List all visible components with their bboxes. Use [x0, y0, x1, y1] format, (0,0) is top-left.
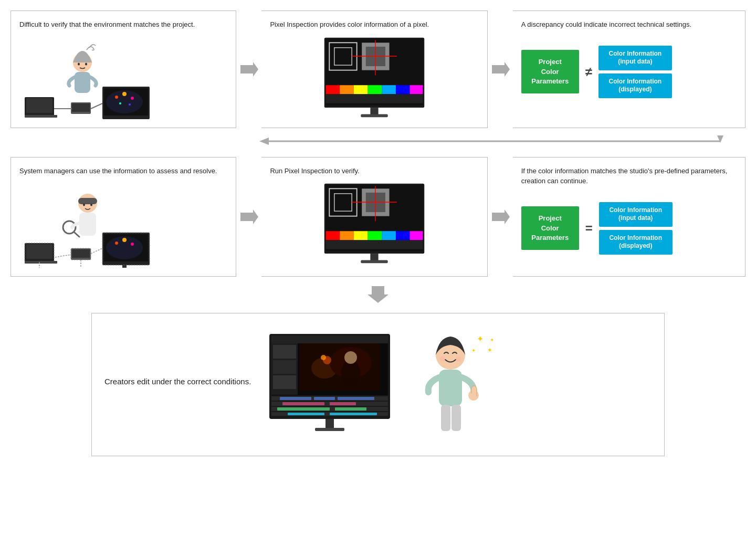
svg-rect-83	[382, 231, 396, 240]
svg-rect-120	[326, 419, 334, 428]
svg-point-128	[456, 356, 461, 362]
row2-panel2-text: Run Pixel Inspection to verify.	[270, 166, 478, 176]
svg-rect-39	[370, 108, 378, 114]
svg-marker-89	[492, 209, 510, 224]
svg-rect-46	[26, 244, 52, 259]
svg-rect-47	[25, 261, 57, 264]
svg-rect-109	[314, 397, 335, 400]
row3: Creators edit under the correct conditio…	[10, 313, 746, 456]
svg-point-55	[131, 243, 134, 246]
svg-marker-90	[368, 286, 388, 303]
svg-rect-87	[370, 254, 378, 260]
row2-panel1-text: System managers can use the information …	[19, 166, 217, 176]
row2: System managers can use the information …	[10, 157, 746, 277]
arrow-r1-p1-p2	[236, 10, 261, 128]
row1-panel1-text: Difficult to verify that the environment…	[19, 19, 195, 30]
row1-color-info-box2: Color Information (displayed)	[598, 74, 672, 98]
svg-rect-131	[441, 405, 450, 431]
down-arrow-to-row3	[10, 284, 746, 303]
svg-point-9	[122, 92, 127, 96]
svg-rect-35	[382, 85, 396, 94]
arrow-r1-p2-p3	[488, 10, 513, 128]
svg-point-18	[78, 62, 80, 65]
monitor-pixel-inspection-2	[322, 181, 427, 265]
row2-comparison: Project Color Parameters = Color Informa…	[521, 202, 673, 255]
row1-panel2: Pixel Inspection provides color informat…	[261, 10, 487, 128]
svg-rect-2	[25, 115, 57, 118]
svg-rect-4	[72, 103, 90, 112]
svg-text:✦: ✦	[477, 334, 484, 343]
person-confused-illustration	[19, 35, 166, 119]
svg-rect-80	[340, 231, 354, 240]
svg-rect-81	[354, 231, 368, 240]
svg-point-19	[85, 62, 87, 65]
row1: Difficult to verify that the environment…	[10, 10, 746, 128]
svg-rect-49	[72, 249, 90, 258]
svg-rect-116	[335, 407, 366, 411]
happy-person-illustration: ✦ ✦ ✦ ✦	[408, 326, 503, 443]
row1-color-info-box1: Color Information (input data)	[598, 46, 672, 70]
svg-line-58	[55, 255, 71, 257]
row2-color-info-box2: Color Information (displayed)	[599, 230, 673, 255]
svg-rect-110	[338, 397, 374, 400]
svg-rect-56	[122, 265, 127, 268]
svg-marker-21	[240, 62, 258, 77]
svg-rect-33	[354, 85, 368, 94]
row2-project-color-label: Project Color Parameters	[530, 214, 571, 243]
svg-rect-112	[282, 402, 324, 405]
svg-point-105	[344, 351, 357, 364]
row2-panel3: If the color information matches the stu…	[513, 157, 746, 277]
row2-panel1: System managers can use the information …	[10, 157, 236, 277]
row-connector-arrow	[10, 133, 746, 149]
svg-rect-84	[396, 231, 410, 240]
svg-rect-63	[78, 198, 97, 204]
svg-point-12	[129, 103, 131, 106]
svg-rect-88	[361, 260, 387, 263]
svg-rect-85	[410, 231, 423, 240]
row1-not-equal: ≠	[585, 65, 592, 79]
svg-rect-97	[273, 375, 296, 389]
main-container: Difficult to verify that the environment…	[10, 10, 746, 456]
row1-comparison: Project Color Parameters ≠ Color Informa…	[521, 46, 672, 98]
svg-point-64	[83, 204, 85, 206]
row1-project-color-box: Project Color Parameters	[521, 50, 579, 93]
svg-rect-129	[439, 370, 462, 406]
row1-panel3: A discrepancy could indicate incorrect t…	[513, 10, 746, 128]
svg-rect-37	[410, 85, 423, 94]
svg-line-59	[91, 248, 102, 254]
svg-text:✦: ✦	[490, 337, 494, 343]
svg-rect-38	[326, 94, 423, 103]
row2-project-color-box: Project Color Parameters	[521, 206, 579, 250]
svg-rect-82	[368, 231, 382, 240]
row1-panel2-text: Pixel Inspection provides color informat…	[270, 19, 478, 30]
system-manager-illustration	[19, 181, 166, 268]
svg-rect-96	[273, 360, 296, 374]
monitor-editing	[267, 331, 393, 438]
svg-rect-132	[452, 405, 461, 431]
svg-rect-121	[315, 428, 344, 431]
svg-point-104	[341, 360, 360, 386]
svg-point-8	[115, 96, 118, 99]
svg-point-10	[131, 97, 134, 100]
svg-text:✦: ✦	[487, 346, 492, 354]
row2-equals: =	[585, 221, 593, 236]
svg-rect-93	[271, 336, 388, 343]
svg-rect-32	[340, 85, 354, 94]
svg-rect-40	[361, 114, 387, 117]
svg-rect-31	[326, 85, 340, 94]
svg-point-54	[122, 238, 127, 242]
svg-marker-69	[240, 209, 258, 224]
svg-line-16	[91, 103, 102, 109]
svg-point-127	[440, 356, 445, 362]
svg-rect-108	[280, 397, 311, 400]
monitor-pixel-inspection-1	[322, 35, 427, 119]
row1-project-color-label: Project Color Parameters	[530, 57, 571, 86]
row1-color-info-boxes: Color Information (input data) Color Inf…	[598, 46, 672, 98]
svg-text:✦: ✦	[471, 348, 476, 353]
arrow-r2-p1-p2	[236, 157, 261, 277]
row2-panel3-text: If the color information matches the stu…	[521, 166, 737, 186]
row2-color-info-boxes: Color Information (input data) Color Inf…	[599, 202, 673, 255]
svg-point-11	[119, 102, 121, 104]
svg-marker-43	[259, 138, 269, 145]
arrow-r2-p2-p3	[488, 157, 513, 277]
